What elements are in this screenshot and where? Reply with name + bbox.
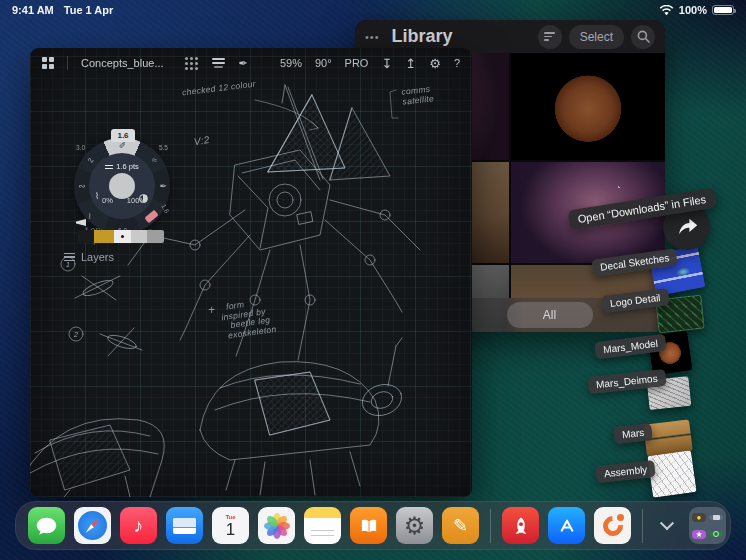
color-palette-strip[interactable] xyxy=(78,230,164,243)
note-lines-icon xyxy=(311,526,334,536)
tool-wheel-inner[interactable]: 1.6 pts ⌇ 0% 100% xyxy=(89,153,155,219)
grid-settings-icon[interactable] xyxy=(185,57,198,70)
annotation-beetle: form inspired by beetle leg exoskeleton xyxy=(214,296,277,342)
app-creative[interactable] xyxy=(594,507,631,544)
app-library-folder[interactable]: ● ★ xyxy=(689,507,726,544)
envelope-icon xyxy=(173,518,196,534)
swatch-gray[interactable] xyxy=(147,230,164,243)
app-music[interactable]: ♪ xyxy=(120,507,157,544)
annotation-satellite: comms satellite xyxy=(401,84,434,106)
dock-divider xyxy=(642,509,643,543)
layers-button[interactable]: Layers xyxy=(64,251,114,263)
document-title[interactable]: Concepts_blue... xyxy=(81,57,164,69)
app-store-a-icon xyxy=(555,514,579,538)
zoom-level[interactable]: 59% xyxy=(280,57,302,69)
status-time: 9:41 AM xyxy=(12,4,54,16)
swatch-white-selected[interactable] xyxy=(114,230,131,243)
brush-size-nw: 3.0 xyxy=(76,144,85,151)
rotation-value[interactable]: 90° xyxy=(315,57,332,69)
wifi-icon xyxy=(659,5,674,16)
wave-brush-icon: ∿ xyxy=(87,155,95,165)
compass-icon xyxy=(78,511,107,540)
mini-app-utility-icon xyxy=(709,531,723,537)
layers-label: Layers xyxy=(81,251,114,263)
chat-bubble-icon xyxy=(34,514,59,538)
chevron-down-icon xyxy=(660,516,674,530)
dock-divider xyxy=(490,509,491,543)
swatch-gold[interactable] xyxy=(94,230,114,243)
app-mail[interactable] xyxy=(166,507,203,544)
battery-percent: 100% xyxy=(679,4,707,16)
nib-tool-icon: ✒ xyxy=(159,181,167,191)
layers-icon xyxy=(64,253,75,262)
brush-size-ne: 5.5 xyxy=(159,144,168,151)
dock-collapse-button[interactable] xyxy=(654,507,680,544)
import-icon[interactable]: ↧ xyxy=(381,56,392,71)
more-options-icon[interactable]: ••• xyxy=(365,31,380,43)
opacity-max-label: 100% xyxy=(127,196,146,205)
c-dot-icon xyxy=(617,514,624,521)
mini-app-star-icon: ★ xyxy=(692,530,706,539)
rough-brush-icon: ∾ xyxy=(78,181,86,191)
settings-gear-icon[interactable]: ⚙ xyxy=(429,56,441,71)
selected-swatch-dot xyxy=(121,235,124,238)
search-icon xyxy=(637,30,650,43)
forward-arrow-icon xyxy=(675,216,699,237)
pro-badge[interactable]: PRO xyxy=(345,57,369,69)
status-date: Tue 1 Apr xyxy=(64,4,114,16)
calendar-day: 1 xyxy=(226,521,235,538)
app-books[interactable] xyxy=(350,507,387,544)
app-app-store[interactable] xyxy=(548,507,585,544)
rocket-icon xyxy=(510,515,532,537)
pen-mode-icon[interactable]: ✒ xyxy=(239,57,248,70)
status-bar: 9:41 AM Tue 1 Apr 100% xyxy=(0,0,746,20)
mini-app-camera-icon xyxy=(709,515,723,520)
smoothing-icon: ⌇ xyxy=(95,191,99,201)
app-photos[interactable] xyxy=(258,507,295,544)
concepts-toolbar: Concepts_blue... ✒ 59% 90° PRO ↧ ↥ ⚙ ? xyxy=(30,48,472,78)
mini-app-tips-icon: ● xyxy=(692,513,706,522)
tool-wheel[interactable]: ✏ ∿ ≈ ✒ ∾ ≀ 3.0 5.5 1.6 6.0 1.6 pts ⌇ 0%… xyxy=(74,138,170,234)
pen-icon: ✎ xyxy=(453,515,468,537)
select-button[interactable]: Select xyxy=(569,25,624,49)
photo-mars-globe[interactable] xyxy=(511,53,665,160)
filter-icon xyxy=(544,32,555,41)
opacity-min-label: 0% xyxy=(102,196,113,205)
export-icon[interactable]: ↥ xyxy=(405,56,416,71)
app-calendar[interactable]: Tue 1 xyxy=(212,507,249,544)
tab-all[interactable]: All xyxy=(507,302,593,328)
app-messages[interactable] xyxy=(28,507,65,544)
library-title: Library xyxy=(392,26,453,47)
annotation-version: V:2 xyxy=(193,135,210,147)
zigzag-brush-icon: ≀ xyxy=(88,211,91,221)
search-button[interactable] xyxy=(631,25,655,49)
help-button[interactable]: ? xyxy=(454,57,460,69)
stroke-width-icon xyxy=(105,165,113,169)
app-settings[interactable]: ⚙ xyxy=(396,507,433,544)
stroke-size-label: 1.6 pts xyxy=(116,162,139,171)
open-book-icon xyxy=(357,515,381,537)
annotation-plus: + xyxy=(208,306,215,316)
probe-marker-2: 2 xyxy=(73,331,78,338)
blueprint-sketch: 1 2 xyxy=(30,48,472,497)
app-menu-icon[interactable] xyxy=(42,57,54,69)
music-note-icon: ♪ xyxy=(134,515,144,537)
app-notes[interactable] xyxy=(304,507,341,544)
layers-panel-icon[interactable] xyxy=(212,58,225,68)
app-rocket[interactable] xyxy=(502,507,539,544)
swatch-light-gray[interactable] xyxy=(131,230,147,243)
app-concepts[interactable]: ✎ xyxy=(442,507,479,544)
dock: ♪ Tue 1 ⚙ ✎ xyxy=(15,501,731,550)
gear-icon: ⚙ xyxy=(404,512,426,540)
photos-flower-icon xyxy=(264,513,290,539)
battery-icon xyxy=(712,5,734,15)
swatch-black[interactable] xyxy=(78,230,94,243)
texture-brush-icon: ≈ xyxy=(152,155,157,165)
active-brush-size: 1.6 xyxy=(111,129,135,142)
filter-button[interactable] xyxy=(538,25,562,49)
concepts-window: 1 2 checked 12 colour comms satellite V:… xyxy=(30,48,472,497)
app-safari[interactable] xyxy=(74,507,111,544)
